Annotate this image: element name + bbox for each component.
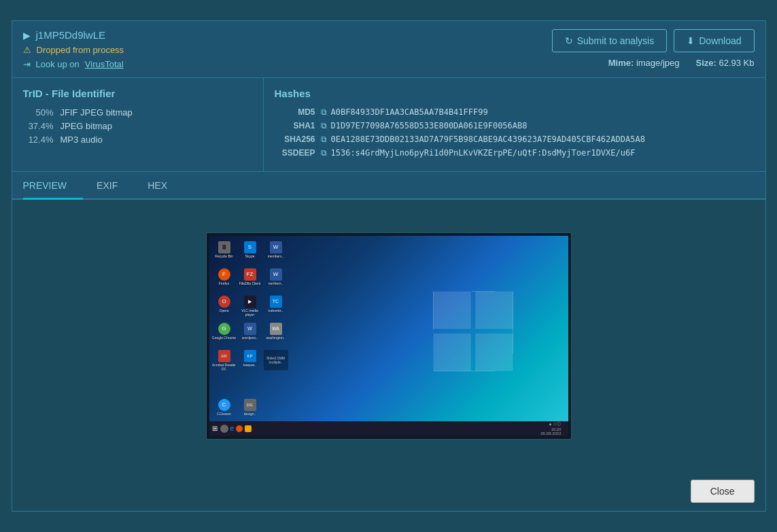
header-right: ↻ Submit to analysis ⬇ Download Mime: im… [552,29,755,68]
copy-icon-sha256[interactable]: ⧉ [321,135,327,144]
footer: Close [12,472,765,511]
mime-info: Mime: image/jpeg [608,58,680,68]
trid-row-3: 12.4% MP3 audio [23,135,252,145]
dropped-notice: ⚠ Dropped from process [23,45,124,55]
hash-row-sha1: SHA1 ⧉ D1D97E77098A76558D533E800DA061E9F… [275,121,755,130]
hash-label-ssdeep: SSDEEP [275,148,315,158]
file-id-row: ▶ j1MP5Dd9lwLE [23,29,124,41]
trid-panel: TrID - File Identifier 50% JFIF JPEG bit… [12,78,264,171]
tab-exif[interactable]: EXIF [97,173,134,200]
submit-icon: ↻ [565,35,573,46]
virustotal-prefix: Look up on [36,59,80,69]
download-button[interactable]: ⬇ Download [674,29,754,52]
size-info: Size: 62.93 Kb [695,58,754,68]
header-left: ▶ j1MP5Dd9lwLE ⚠ Dropped from process ⇥ … [23,29,124,69]
svg-rect-0 [433,291,470,329]
size-value: 62.93 Kb [719,58,754,68]
preview-image-container: 🗑 Recycle Bin S Skype W members.. [206,232,572,440]
hashes-panel: Hashes MD5 ⧉ A0BF84933DF1AA3CAB5AA7B4B41… [264,78,765,171]
size-label: Size: [695,58,716,68]
mime-label: Mime: [608,58,634,68]
tab-hex[interactable]: HEX [148,173,184,200]
windows-logo-svg [419,287,528,376]
main-modal: ▶ j1MP5Dd9lwLE ⚠ Dropped from process ⇥ … [12,20,766,512]
copy-icon-ssdeep[interactable]: ⧉ [321,148,327,158]
trid-pct-2: 37.4% [23,121,54,131]
desktop-icons: 🗑 Recycle Bin S Skype W members.. [212,240,288,423]
trid-label-1: JFIF JPEG bitmap [61,107,133,118]
windows-taskbar: ⊞ e ▲ □ ⓘ10:2005.08.2022 [209,421,568,436]
download-icon: ⬇ [687,35,695,46]
header-buttons: ↻ Submit to analysis ⬇ Download [552,29,755,52]
meta-info: Mime: image/jpeg Size: 62.93 Kb [608,58,755,68]
file-id-value: j1MP5Dd9lwLE [36,29,106,41]
hash-label-sha256: SHA256 [275,135,315,144]
virustotal-icon: ⇥ [23,59,31,69]
hash-value-md5: A0BF84933DF1AA3CAB5AA7B4B41FFF99 [331,107,488,117]
close-button[interactable]: Close [691,480,755,503]
trid-row-1: 50% JFIF JPEG bitmap [23,107,252,118]
submit-label: Submit to analysis [577,35,655,46]
hash-value-ssdeep: 1536:s4GrdMyjLno6pyRi1d0PnLKvVKZErpPE/uQ… [331,148,636,158]
windows-desktop-preview: 🗑 Recycle Bin S Skype W members.. [209,236,568,436]
dropped-icon: ⚠ [23,45,31,55]
hash-label-sha1: SHA1 [275,121,315,130]
header: ▶ j1MP5Dd9lwLE ⚠ Dropped from process ⇥ … [12,21,765,78]
trid-pct-3: 12.4% [23,135,54,145]
hash-value-sha1: D1D97E77098A76558D533E800DA061E9F0056AB8 [331,121,528,130]
svg-rect-3 [475,334,513,371]
hash-row-ssdeep: SSDEEP ⧉ 1536:s4GrdMyjLno6pyRi1d0PnLKvVK… [275,148,755,158]
preview-area: 🗑 Recycle Bin S Skype W members.. [12,200,765,472]
hashes-title: Hashes [275,88,755,99]
tab-preview[interactable]: PREVIEW [23,173,84,200]
hash-row-sha256: SHA256 ⧉ 0EA1288E73DDB02133AD7A79F5B98CA… [275,135,755,144]
virustotal-row: ⇥ Look up on VirusTotal [23,59,124,69]
trid-pct-1: 50% [23,107,54,118]
trid-row-2: 37.4% JPEG bitmap [23,121,252,131]
dropped-label: Dropped from process [37,45,124,55]
svg-rect-2 [433,334,470,371]
trid-title: TrID - File Identifier [23,88,252,99]
file-id-icon: ▶ [23,30,31,41]
trid-label-2: JPEG bitmap [61,121,113,131]
tabs-bar: PREVIEW EXIF HEX [12,172,765,200]
download-label: Download [699,35,741,46]
trid-label-3: MP3 audio [61,135,103,145]
hash-row-md5: MD5 ⧉ A0BF84933DF1AA3CAB5AA7B4B41FFF99 [275,107,755,117]
hash-label-md5: MD5 [275,107,315,117]
info-section: TrID - File Identifier 50% JFIF JPEG bit… [12,78,765,172]
mime-value: image/jpeg [636,58,680,68]
copy-icon-sha1[interactable]: ⧉ [321,121,327,130]
copy-icon-md5[interactable]: ⧉ [321,107,327,117]
svg-rect-1 [475,291,513,329]
virustotal-link[interactable]: VirusTotal [85,59,124,69]
submit-button[interactable]: ↻ Submit to analysis [552,29,668,52]
hash-value-sha256: 0EA1288E73DDB02133AD7A79F5B98CABE9AC4396… [331,135,645,144]
